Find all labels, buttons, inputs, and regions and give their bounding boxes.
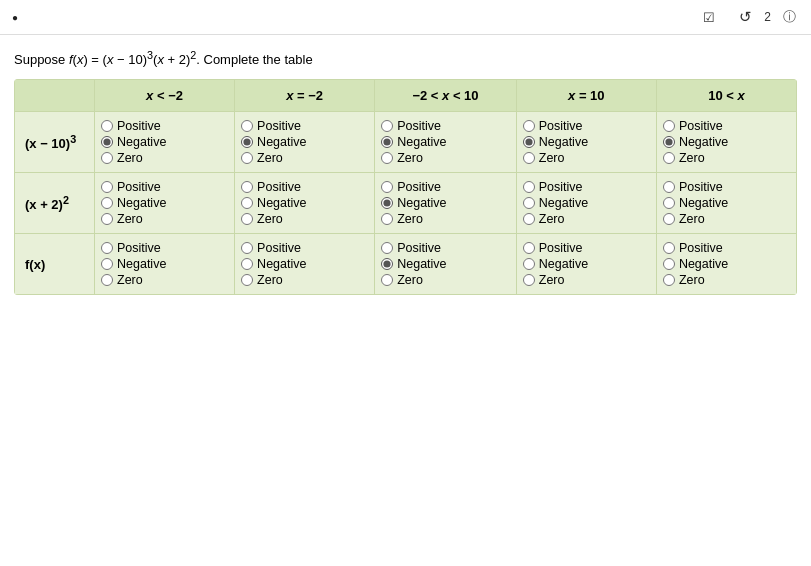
radio-item-positive[interactable]: Positive xyxy=(101,180,161,194)
radio-item-positive[interactable]: Positive xyxy=(523,119,583,133)
radio-item-negative[interactable]: Negative xyxy=(101,135,166,149)
radio-input-zero[interactable] xyxy=(523,274,535,286)
radio-item-negative[interactable]: Negative xyxy=(523,257,588,271)
radio-input-negative[interactable] xyxy=(101,136,113,148)
radio-input-zero[interactable] xyxy=(523,152,535,164)
radio-item-positive[interactable]: Positive xyxy=(241,119,301,133)
radio-item-zero[interactable]: Zero xyxy=(523,212,565,226)
table-cell[interactable]: PositiveNegativeZero xyxy=(235,112,375,173)
radio-input-zero[interactable] xyxy=(101,274,113,286)
radio-input-positive[interactable] xyxy=(381,120,393,132)
radio-item-negative[interactable]: Negative xyxy=(663,257,728,271)
radio-item-negative[interactable]: Negative xyxy=(381,257,446,271)
radio-input-negative[interactable] xyxy=(663,136,675,148)
radio-input-negative[interactable] xyxy=(523,197,535,209)
radio-item-zero[interactable]: Zero xyxy=(241,212,283,226)
radio-input-positive[interactable] xyxy=(663,242,675,254)
radio-input-positive[interactable] xyxy=(381,242,393,254)
radio-item-positive[interactable]: Positive xyxy=(663,180,723,194)
radio-input-positive[interactable] xyxy=(241,181,253,193)
radio-input-negative[interactable] xyxy=(381,197,393,209)
table-cell[interactable]: PositiveNegativeZero xyxy=(95,112,235,173)
radio-input-zero[interactable] xyxy=(101,152,113,164)
radio-input-zero[interactable] xyxy=(381,152,393,164)
radio-input-positive[interactable] xyxy=(523,120,535,132)
table-cell[interactable]: PositiveNegativeZero xyxy=(656,112,796,173)
radio-input-zero[interactable] xyxy=(241,213,253,225)
radio-item-positive[interactable]: Positive xyxy=(101,241,161,255)
radio-input-positive[interactable] xyxy=(663,120,675,132)
retry-icon[interactable]: ↺ xyxy=(739,8,752,26)
radio-input-negative[interactable] xyxy=(663,197,675,209)
radio-input-positive[interactable] xyxy=(523,242,535,254)
radio-item-negative[interactable]: Negative xyxy=(241,196,306,210)
radio-item-zero[interactable]: Zero xyxy=(101,273,143,287)
table-cell[interactable]: PositiveNegativeZero xyxy=(235,234,375,295)
table-cell[interactable]: PositiveNegativeZero xyxy=(375,234,517,295)
radio-input-negative[interactable] xyxy=(663,258,675,270)
radio-item-negative[interactable]: Negative xyxy=(101,257,166,271)
radio-input-negative[interactable] xyxy=(381,136,393,148)
radio-item-zero[interactable]: Zero xyxy=(241,273,283,287)
table-cell[interactable]: PositiveNegativeZero xyxy=(375,173,517,234)
radio-input-negative[interactable] xyxy=(523,258,535,270)
radio-input-zero[interactable] xyxy=(663,213,675,225)
table-cell[interactable]: PositiveNegativeZero xyxy=(235,173,375,234)
radio-item-positive[interactable]: Positive xyxy=(663,119,723,133)
radio-input-positive[interactable] xyxy=(523,181,535,193)
radio-input-negative[interactable] xyxy=(101,197,113,209)
radio-input-zero[interactable] xyxy=(663,274,675,286)
radio-input-negative[interactable] xyxy=(241,258,253,270)
radio-input-positive[interactable] xyxy=(663,181,675,193)
radio-item-zero[interactable]: Zero xyxy=(381,151,423,165)
radio-input-zero[interactable] xyxy=(241,152,253,164)
radio-item-negative[interactable]: Negative xyxy=(523,135,588,149)
table-cell[interactable]: PositiveNegativeZero xyxy=(95,234,235,295)
radio-item-positive[interactable]: Positive xyxy=(241,180,301,194)
radio-item-zero[interactable]: Zero xyxy=(101,212,143,226)
radio-item-negative[interactable]: Negative xyxy=(241,135,306,149)
radio-item-zero[interactable]: Zero xyxy=(663,151,705,165)
radio-item-positive[interactable]: Positive xyxy=(381,119,441,133)
radio-item-positive[interactable]: Positive xyxy=(663,241,723,255)
radio-item-zero[interactable]: Zero xyxy=(663,212,705,226)
radio-item-zero[interactable]: Zero xyxy=(101,151,143,165)
table-cell[interactable]: PositiveNegativeZero xyxy=(375,112,517,173)
radio-item-positive[interactable]: Positive xyxy=(241,241,301,255)
radio-input-zero[interactable] xyxy=(101,213,113,225)
radio-input-zero[interactable] xyxy=(241,274,253,286)
radio-input-negative[interactable] xyxy=(241,197,253,209)
radio-input-positive[interactable] xyxy=(241,120,253,132)
table-cell[interactable]: PositiveNegativeZero xyxy=(95,173,235,234)
radio-input-positive[interactable] xyxy=(381,181,393,193)
table-cell[interactable]: PositiveNegativeZero xyxy=(516,234,656,295)
table-cell[interactable]: PositiveNegativeZero xyxy=(656,173,796,234)
radio-item-negative[interactable]: Negative xyxy=(241,257,306,271)
table-cell[interactable]: PositiveNegativeZero xyxy=(656,234,796,295)
radio-input-zero[interactable] xyxy=(381,274,393,286)
radio-item-positive[interactable]: Positive xyxy=(381,180,441,194)
radio-item-positive[interactable]: Positive xyxy=(381,241,441,255)
radio-item-negative[interactable]: Negative xyxy=(523,196,588,210)
radio-input-negative[interactable] xyxy=(241,136,253,148)
radio-item-zero[interactable]: Zero xyxy=(523,273,565,287)
radio-item-zero[interactable]: Zero xyxy=(663,273,705,287)
radio-input-zero[interactable] xyxy=(663,152,675,164)
radio-input-positive[interactable] xyxy=(101,120,113,132)
radio-item-negative[interactable]: Negative xyxy=(663,135,728,149)
radio-input-negative[interactable] xyxy=(101,258,113,270)
radio-item-positive[interactable]: Positive xyxy=(523,180,583,194)
table-cell[interactable]: PositiveNegativeZero xyxy=(516,112,656,173)
radio-input-zero[interactable] xyxy=(381,213,393,225)
radio-input-positive[interactable] xyxy=(101,242,113,254)
radio-input-positive[interactable] xyxy=(101,181,113,193)
radio-item-zero[interactable]: Zero xyxy=(241,151,283,165)
radio-item-negative[interactable]: Negative xyxy=(381,196,446,210)
radio-item-zero[interactable]: Zero xyxy=(523,151,565,165)
radio-item-negative[interactable]: Negative xyxy=(381,135,446,149)
radio-item-zero[interactable]: Zero xyxy=(381,273,423,287)
table-cell[interactable]: PositiveNegativeZero xyxy=(516,173,656,234)
radio-input-zero[interactable] xyxy=(523,213,535,225)
radio-item-zero[interactable]: Zero xyxy=(381,212,423,226)
radio-input-negative[interactable] xyxy=(523,136,535,148)
